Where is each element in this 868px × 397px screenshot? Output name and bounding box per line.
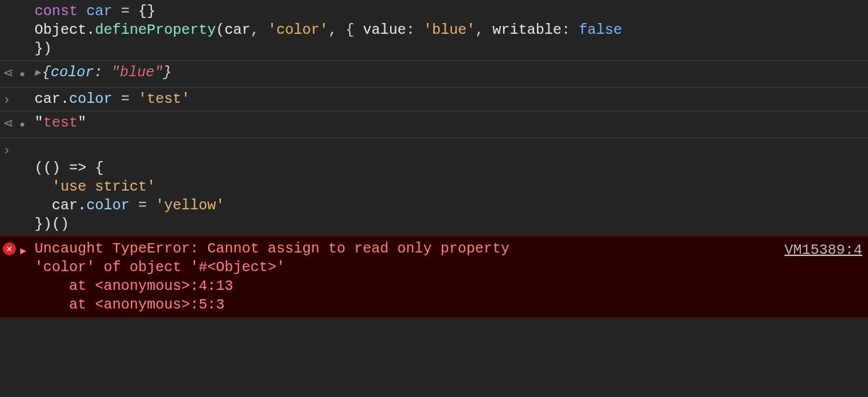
brace-open: { <box>42 64 50 81</box>
key-value: value <box>363 22 406 38</box>
string-color: 'color' <box>268 22 328 38</box>
string-use-strict: 'use strict' <box>52 178 155 195</box>
obj-car: car <box>35 91 60 107</box>
string-result[interactable]: "test" <box>35 114 862 132</box>
gutter-input: › <box>3 140 35 157</box>
object-preview[interactable]: ▶{color: "blue"} <box>35 63 862 82</box>
preview-value-blue: "blue" <box>111 64 163 81</box>
key-writable: writable <box>492 22 561 38</box>
identifier-car: car <box>86 3 112 19</box>
dot-icon: • <box>18 117 27 135</box>
console-input-row: › car.color = 'test' <box>0 88 868 111</box>
code-block[interactable]: (() => { 'use strict' car.color = 'yello… <box>35 140 862 234</box>
error-icon: ✕ <box>3 242 16 255</box>
obj-car: car <box>52 197 78 214</box>
input-arrow-icon: › <box>3 144 11 157</box>
console-output-row: ⋖ • "test" <box>0 111 868 138</box>
gutter-error: ✕ ▶ <box>3 239 35 257</box>
dot-icon: • <box>18 66 27 85</box>
string-yellow: 'yellow' <box>155 197 225 214</box>
gutter-input: › <box>3 90 35 106</box>
gutter <box>3 2 35 4</box>
method-defineProperty: defineProperty <box>95 22 216 38</box>
console-input-row: › (() => { 'use strict' car.color = 'yel… <box>0 138 868 236</box>
object-literal: Object <box>35 22 86 38</box>
output-arrow-icon: ⋖ <box>3 117 14 130</box>
console-output-row: ⋖ • ▶{color: "blue"} <box>0 61 868 88</box>
string-test: 'test' <box>138 91 190 107</box>
expand-triangle-icon[interactable]: ▶ <box>20 245 26 257</box>
expand-triangle-icon[interactable]: ▶ <box>35 66 40 79</box>
arg-car: car <box>225 22 250 38</box>
error-source-link[interactable]: VM15389:4 <box>785 239 862 260</box>
equals: = <box>112 3 138 19</box>
error-stack-2: at <anonymous>:5:3 <box>35 296 225 313</box>
code-block[interactable]: const car = {} Object.defineProperty(car… <box>35 2 862 58</box>
result-test: test <box>43 114 78 131</box>
console-input-row: const car = {} Object.defineProperty(car… <box>0 0 868 61</box>
string-blue: 'blue' <box>423 22 475 38</box>
brace-close: } <box>163 64 172 81</box>
close-brace: }) <box>35 40 52 57</box>
error-stack-1: at <anonymous>:4:13 <box>35 278 233 294</box>
gutter-output: ⋖ • <box>3 63 35 85</box>
code-block[interactable]: car.color = 'test' <box>35 90 862 109</box>
error-message[interactable]: Uncaught TypeError: Cannot assign to rea… <box>35 239 770 314</box>
gutter-output: ⋖ • <box>3 114 35 135</box>
input-arrow-icon: › <box>3 93 11 106</box>
preview-key-color: color <box>50 64 94 81</box>
preview-sep: : <box>94 64 111 81</box>
empty-object: {} <box>138 3 155 19</box>
prop-color: color <box>69 91 112 107</box>
console-error-row: ✕ ▶ Uncaught TypeError: Cannot assign to… <box>0 236 868 318</box>
output-arrow-icon: ⋖ <box>3 67 14 80</box>
keyword-const: const <box>35 3 78 19</box>
error-text-line1: Uncaught TypeError: Cannot assign to rea… <box>35 240 518 257</box>
prop-color: color <box>86 197 130 214</box>
error-text-line2: 'color' of object '#<Object>' <box>35 259 285 275</box>
boolean-false: false <box>579 22 622 38</box>
